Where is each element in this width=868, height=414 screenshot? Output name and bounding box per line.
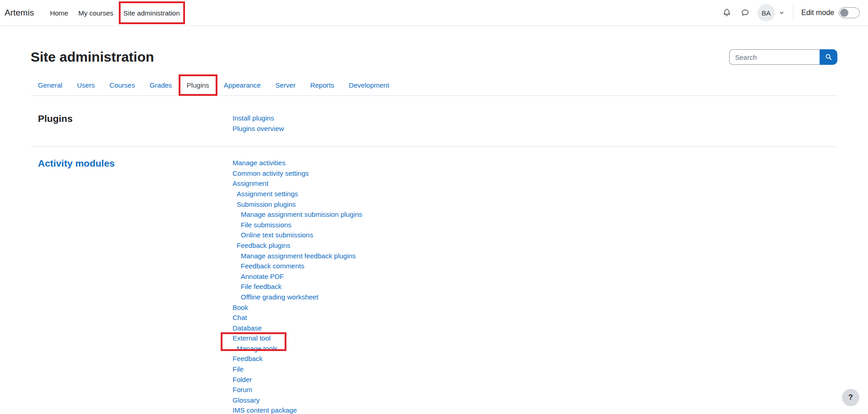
nav-item-site-administration[interactable]: Site administration [119, 0, 184, 26]
tab-plugins-label: Plugins [187, 81, 209, 89]
section-heading-plugins: Plugins [38, 113, 233, 124]
link-plugins-overview[interactable]: Plugins overview [233, 124, 830, 134]
edit-mode-toggle-knob [840, 9, 848, 17]
link-chat[interactable]: Chat [233, 313, 830, 323]
nav-item-home[interactable]: Home [46, 0, 72, 26]
link-common-activity-settings[interactable]: Common activity settings [233, 168, 830, 179]
link-manage-tools[interactable]: Manage tools [233, 344, 830, 354]
link-manage-activities[interactable]: Manage activities [233, 158, 830, 168]
tab-courses[interactable]: Courses [102, 75, 143, 95]
admin-search-form [729, 49, 837, 65]
tab-plugins[interactable]: Plugins [180, 75, 217, 95]
link-forum[interactable]: Forum [233, 385, 830, 395]
tab-users[interactable]: Users [69, 75, 102, 95]
link-database[interactable]: Database [233, 323, 830, 334]
section-plugins: Plugins Install plugins Plugins overview [31, 96, 837, 147]
edit-mode-label: Edit mode [801, 9, 834, 17]
link-feedback-plugins[interactable]: Feedback plugins [233, 241, 830, 251]
link-feedback[interactable]: Feedback [233, 354, 830, 364]
question-mark-icon: ? [848, 393, 853, 402]
navbar-divider [793, 4, 794, 21]
link-assignment-settings[interactable]: Assignment settings [233, 189, 830, 199]
tab-grades[interactable]: Grades [142, 75, 179, 95]
nav-item-site-administration-label: Site administration [123, 9, 180, 17]
link-file[interactable]: File [233, 364, 830, 375]
link-folder[interactable]: Folder [233, 375, 830, 385]
link-online-text-submissions[interactable]: Online text submissions [233, 230, 830, 241]
section-activity-modules-label-column: Activity modules [38, 158, 233, 414]
link-ims-content-package[interactable]: IMS content package [233, 405, 830, 414]
help-button[interactable]: ? [842, 389, 859, 406]
link-manage-assignment-submission-plugins[interactable]: Manage assignment submission plugins [233, 210, 830, 220]
top-navbar: Artemis Home My courses Site administrat… [0, 0, 868, 26]
admin-category-tabs: General Users Courses Grades Plugins App… [31, 75, 837, 96]
link-external-tool[interactable]: External tool [233, 333, 830, 344]
highlight-group-external-tool: External tool Manage tools [233, 333, 830, 354]
tab-server[interactable]: Server [268, 75, 303, 95]
tab-general[interactable]: General [31, 75, 69, 95]
link-file-submissions[interactable]: File submissions [233, 220, 830, 231]
tab-appearance[interactable]: Appearance [217, 75, 268, 95]
edit-mode-toggle[interactable] [839, 7, 860, 18]
user-menu-chevron-down-icon[interactable] [778, 9, 785, 16]
section-plugins-links-column: Install plugins Plugins overview [233, 113, 830, 134]
messages-chat-icon[interactable] [739, 7, 751, 19]
page-header: Site administration [31, 49, 837, 65]
navbar-right-group: BA Edit mode [721, 4, 860, 21]
link-submission-plugins[interactable]: Submission plugins [233, 199, 830, 210]
link-file-feedback[interactable]: File feedback [233, 282, 830, 292]
section-activity-modules-links-column: Manage activities Common activity settin… [233, 158, 830, 414]
link-assignment[interactable]: Assignment [233, 178, 830, 189]
search-button[interactable] [820, 49, 837, 65]
link-manage-assignment-feedback-plugins[interactable]: Manage assignment feedback plugins [233, 251, 830, 262]
search-input[interactable] [729, 49, 820, 65]
notifications-bell-icon[interactable] [721, 7, 733, 19]
section-heading-activity-modules[interactable]: Activity modules [38, 158, 233, 168]
link-install-plugins[interactable]: Install plugins [233, 113, 830, 124]
link-glossary[interactable]: Glossary [233, 395, 830, 406]
tab-development[interactable]: Development [341, 75, 396, 95]
page-title: Site administration [31, 49, 154, 65]
link-offline-grading-worksheet[interactable]: Offline grading worksheet [233, 292, 830, 303]
search-icon [825, 53, 833, 61]
link-book[interactable]: Book [233, 303, 830, 313]
section-activity-modules: Activity modules Manage activities Commo… [31, 147, 837, 414]
brand-logo[interactable]: Artemis [5, 8, 34, 18]
link-feedback-comments[interactable]: Feedback comments [233, 261, 830, 272]
nav-item-my-courses[interactable]: My courses [74, 0, 117, 26]
link-annotate-pdf[interactable]: Annotate PDF [233, 272, 830, 282]
tab-reports[interactable]: Reports [303, 75, 342, 95]
section-plugins-label-column: Plugins [38, 113, 233, 134]
user-avatar[interactable]: BA [757, 4, 775, 21]
